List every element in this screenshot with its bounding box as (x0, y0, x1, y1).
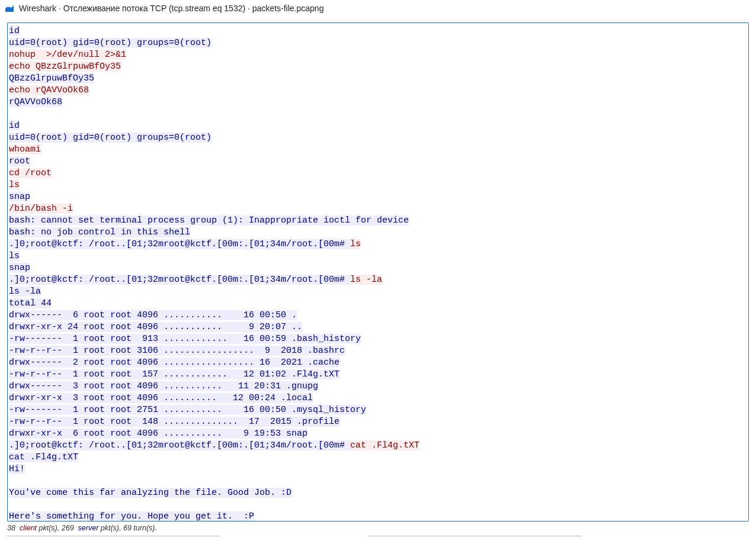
server-line[interactable]: ls -la (9, 287, 41, 297)
statusbar: 38 client pkt(s), 269 server pkt(s), 69 … (0, 522, 756, 536)
server-line[interactable]: snap (9, 263, 30, 273)
bottom-box-left[interactable] (7, 536, 220, 542)
client-line[interactable]: echo QBzzGlrpuwBfOy35 (9, 62, 121, 72)
server-segment[interactable]: .]0;root@kctf: /root..[01;32mroot@kctf.[… (9, 440, 350, 450)
server-line[interactable]: id (9, 26, 20, 36)
server-line[interactable]: uid=0(root) gid=0(root) groups=0(root) (9, 133, 212, 143)
server-line[interactable]: uid=0(root) gid=0(root) groups=0(root) (9, 38, 212, 48)
server-line[interactable]: drwx------ 2 root root 4096 ............… (9, 358, 339, 368)
server-line[interactable]: bash: no job control in this shell (9, 227, 190, 237)
server-segment[interactable]: .]0;root@kctf: /root..[01;32mroot@kctf.[… (9, 275, 350, 285)
server-pkt-count: 269 (62, 524, 74, 532)
bottom-box-right[interactable] (369, 536, 582, 542)
server-line[interactable]: -rw------- 1 root root 2751 ........... … (9, 405, 366, 415)
server-line[interactable]: ls (9, 251, 20, 261)
titlebar: Wireshark · Отслеживание потока TCP (tcp… (0, 0, 756, 17)
client-segment[interactable]: cat .Fl4g.tXT (350, 440, 419, 450)
client-line[interactable]: ls (9, 180, 20, 190)
tcp-stream-panel[interactable]: id uid=0(root) gid=0(root) groups=0(root… (7, 22, 749, 522)
server-label: server (78, 524, 99, 532)
client-pkt-count: 38 (7, 524, 15, 532)
server-line[interactable]: Here's something for you. Hope you get i… (9, 511, 254, 522)
client-line[interactable]: cd /root (9, 168, 52, 178)
client-segment[interactable]: ls -la (350, 275, 382, 285)
server-line[interactable]: -rw-r--r-- 1 root root 3106 ............… (9, 346, 345, 356)
client-line[interactable]: nohup >/dev/null 2>&1 (9, 50, 126, 60)
server-line[interactable]: root (9, 156, 30, 166)
server-line[interactable]: drwx------ 6 root root 4096 ........... … (9, 310, 297, 320)
server-line[interactable]: rQAVVoOk68 (9, 97, 62, 107)
server-line[interactable]: drwxr-xr-x 3 root root 4096 .......... 1… (9, 393, 313, 403)
server-line[interactable]: drwx------ 3 root root 4096 ........... … (9, 381, 318, 391)
server-line[interactable]: You've come this far analyzing the file.… (9, 488, 291, 498)
server-line[interactable]: drwxr-xr-x 6 root root 4096 ........... … (9, 429, 307, 439)
server-line[interactable]: -rw-r--r-- 1 root root 157 ............ … (9, 369, 339, 379)
turns-count: 69 turn(s). (123, 524, 157, 532)
server-line[interactable]: snap (9, 192, 30, 202)
client-line[interactable]: echo rQAVVoOk68 (9, 85, 89, 95)
server-line[interactable]: total 44 (9, 298, 52, 308)
tcp-stream-content[interactable]: id uid=0(root) gid=0(root) groups=0(root… (9, 25, 747, 522)
server-line[interactable]: Hi! (9, 464, 25, 474)
server-line[interactable]: -rw------- 1 root root 913 ............ … (9, 334, 361, 344)
bottom-controls (0, 536, 756, 544)
server-line[interactable]: cat .Fl4g.tXT (9, 452, 78, 462)
wireshark-logo-icon (5, 4, 14, 13)
server-segment[interactable]: .]0;root@kctf: /root..[01;32mroot@kctf.[… (9, 239, 350, 249)
window-title: Wireshark · Отслеживание потока TCP (tcp… (19, 4, 323, 13)
client-segment[interactable]: ls (350, 239, 361, 249)
server-line[interactable]: bash: cannot set terminal process group … (9, 215, 409, 226)
client-line[interactable]: whoami (9, 144, 41, 154)
client-line[interactable]: /bin/bash -i (9, 204, 73, 214)
client-label: client (20, 524, 37, 532)
server-line[interactable]: QBzzGlrpuwBfOy35 (9, 73, 94, 83)
server-line[interactable]: -rw-r--r-- 1 root root 148 .............… (9, 417, 339, 427)
server-line[interactable]: id (9, 121, 20, 131)
server-line[interactable]: drwxr-xr-x 24 root root 4096 ...........… (9, 322, 302, 332)
